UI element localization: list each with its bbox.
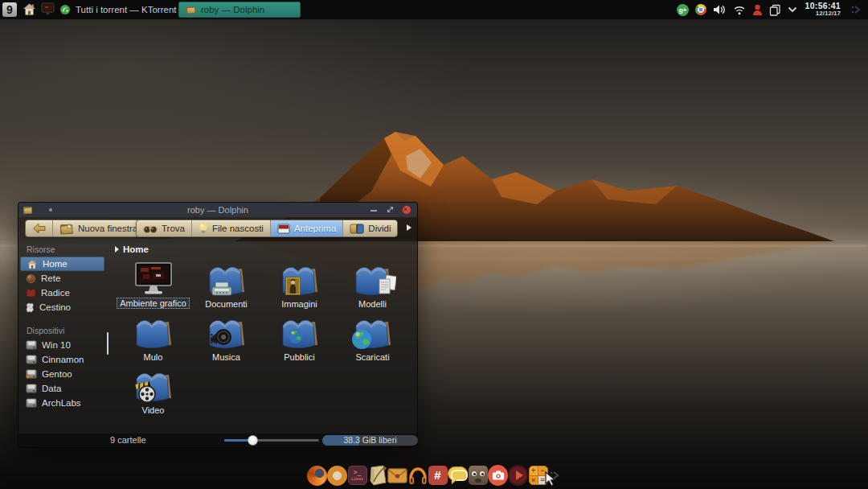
dock-icon-screenshot[interactable] [488,465,508,487]
sidebar-item-data[interactable]: Data [20,381,104,396]
hash-icon: # [428,466,448,485]
top-panel: 9 Tutti i torrent — KT [0,0,868,19]
folder-grid: Ambiente grafico [117,257,409,417]
folder-item-ambiente-grafico[interactable]: Ambiente grafico [117,257,190,310]
split-button[interactable]: Dividi [343,220,397,236]
folder-item-video[interactable]: Video [117,364,190,417]
person-icon [752,4,763,16]
minimize-button[interactable] [371,205,377,212]
dock-icon-terminal[interactable]: >_ Linux [347,465,367,487]
sidebar-item-network[interactable]: Rete [20,271,104,286]
chevron-down-icon[interactable] [788,6,797,13]
dock-icon-music-player[interactable] [407,465,428,487]
pages-icon [769,4,781,16]
mona-lisa-emblem [285,277,301,295]
dock-icon-video-player[interactable] [508,465,528,487]
panel-expander-icon[interactable] [850,4,862,15]
film-reel-emblem [135,381,158,403]
headphones-icon [408,466,428,486]
envelope-icon [387,468,407,483]
app-menu-icon[interactable]: 9 [2,2,17,17]
volume-tray-icon[interactable] [713,4,727,15]
folder-item-modelli[interactable]: Modelli [336,257,409,310]
play-button-icon [508,465,528,486]
preview-button[interactable]: Anteprima [271,220,343,236]
sidebar-item-win10[interactable]: Win 10 [20,338,104,352]
find-button[interactable]: Trova [137,220,192,236]
sidebar-item-gentoo[interactable]: Gentoo [20,367,104,381]
house-icon [27,259,38,269]
folder-item-documenti[interactable]: Documenti [190,257,263,310]
ktorrent-icon [59,4,71,15]
terminal-prompt-glyph: >_ [354,470,362,476]
lightbulb-icon [199,222,208,235]
taskbar-item-label: Tutti i torrent — KTorrent [76,5,176,14]
dock-icon-irc[interactable]: # [428,465,448,487]
devices-section-title: Dispositivi [18,321,108,338]
maximize-button[interactable] [386,205,395,214]
sidebar-item-label: Home [43,259,68,269]
terminal-label-glyph: Linux [351,476,363,481]
toolbar-overflow-arrow[interactable] [407,224,411,231]
zoom-slider[interactable] [224,434,319,447]
folder-item-pubblici[interactable]: Pubblici [263,310,336,364]
hidden-files-button[interactable]: File nascosti [192,220,271,236]
sidebar-item-label: Data [42,384,61,393]
house-icon [23,2,36,16]
dock-icon-gimp[interactable] [468,465,488,487]
sidebar-item-label: Win 10 [42,340,71,350]
titlebar[interactable]: roby — Dolphin ✕ [18,203,417,217]
folder-item-scaricati[interactable]: Scaricati [336,310,409,364]
camera-icon [488,465,508,486]
wifi-tray-icon[interactable] [733,5,746,15]
drive-mounted-icon [26,369,37,379]
speech-bubble-icon [448,466,468,484]
home-launcher-icon[interactable] [23,2,36,16]
clipboard-tray-icon[interactable] [769,4,781,16]
close-button[interactable]: ✕ [402,205,411,215]
folder-item-immagini[interactable]: Immagini [263,257,336,310]
folder-label: Scaricati [353,352,391,362]
slider-handle[interactable] [248,435,258,446]
gplus-tray-icon[interactable]: g+ [677,4,689,16]
dock-icon-chromium[interactable] [327,465,347,487]
panel-clock[interactable]: 10:56:41 12/12/17 [805,2,841,18]
drive-icon [26,340,37,350]
sidebar-item-home[interactable]: Home [20,257,104,271]
new-window-button[interactable]: Nuova finestra [53,220,145,236]
dock-icon-firefox[interactable] [307,465,327,487]
times-glyph: × [530,476,538,485]
dock: >_ Linux [0,463,868,487]
plus-glyph: + [530,466,538,475]
terminal-icon: >_ Linux [348,466,367,485]
statusbar: 9 cartelle 38.3 GiB liberi [18,434,417,447]
speaker-icon [713,4,727,15]
folder-item-musica[interactable]: Musica [190,310,263,364]
back-button[interactable] [26,220,53,236]
new-window-label: Nuova finestra [78,224,137,233]
dock-icon-notes[interactable] [367,465,387,487]
wifi-icon [733,5,746,15]
drive-icon [26,384,37,393]
sidebar-item-trash[interactable]: Cestino [20,300,104,314]
gplus-glyph: g+ [679,4,687,16]
breadcrumb[interactable]: Home [115,244,149,254]
folder-item-mulo[interactable]: Mulo [117,310,190,364]
user-tray-icon[interactable] [752,4,763,16]
sidebar-item-cinnamon[interactable]: Cinnamon [20,352,104,367]
free-space-bar: 38.3 GiB liberi [322,435,418,446]
taskbar-item-ktorrent[interactable]: Tutti i torrent — KTorrent [53,2,182,18]
hash-glyph: # [434,468,440,482]
taskbar-item-dolphin[interactable]: roby — Dolphin [178,2,301,18]
folder-label: Documenti [203,299,250,309]
drive-icon [26,355,37,364]
chrome-tray-icon[interactable] [695,4,706,15]
dock-icon-mail[interactable] [387,465,407,487]
sidebar-item-archlabs[interactable]: ArchLabs [20,396,104,410]
binoculars-icon [143,224,158,234]
new-window-folder-icon [59,223,74,235]
sidebar-item-root[interactable]: Radice [20,286,104,300]
app-menu-glyph: 9 [6,3,13,17]
hidden-files-label: File nascosti [212,224,264,233]
dock-icon-chat[interactable] [448,465,468,487]
